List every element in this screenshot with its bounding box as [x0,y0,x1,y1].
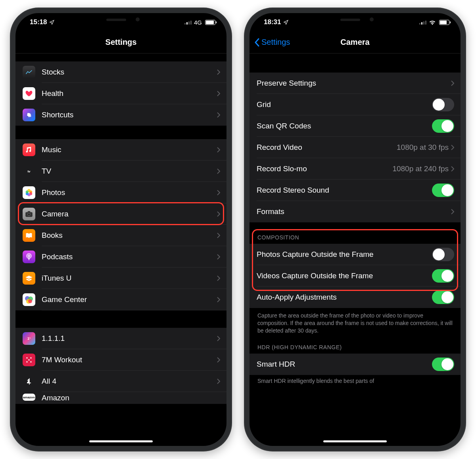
section-header-hdr: HDR (HIGH DYNAMIC RANGE) [250,335,461,354]
app-1111-icon: 1¹ [23,332,35,345]
composition-footer: Capture the area outside the frame of th… [250,308,461,335]
row-1111[interactable]: 1¹ 1.1.1.1 [15,328,226,349]
row-gamecenter[interactable]: Game Center [15,289,226,310]
group-composition: Photos Capture Outside the Frame Videos … [250,244,461,308]
row-label: Photos [42,188,217,197]
status-time: 15:18 [30,18,47,26]
row-all4[interactable]: All 4 [15,371,226,392]
hdr-footer: Smart HDR intelligently blends the best … [250,375,461,385]
row-stocks[interactable]: Stocks [15,61,226,83]
chevron-right-icon [217,190,220,195]
photos-outside-toggle[interactable] [432,248,454,261]
row-label: 1.1.1.1 [42,334,217,343]
row-label: Record Stereo Sound [257,186,432,195]
row-stereo-sound[interactable]: Record Stereo Sound [250,180,461,201]
row-grid[interactable]: Grid [250,94,461,115]
chevron-right-icon [217,233,220,238]
row-tv[interactable]: tv TV [15,161,226,182]
row-label: Smart HDR [257,360,432,369]
svg-point-14 [29,256,29,256]
row-label: Books [42,231,217,240]
row-camera[interactable]: Camera [15,203,226,225]
row-health[interactable]: Health [15,83,226,104]
svg-rect-11 [28,211,30,212]
shortcuts-icon [23,109,35,121]
row-amazon[interactable]: amazon Amazon [15,392,226,404]
home-indicator[interactable] [323,440,387,442]
auto-apply-toggle[interactable] [432,291,454,304]
tv-icon: tv [23,165,35,178]
right-screen: 18:31 Settings Camera Preserve Settin [250,13,461,446]
settings-list[interactable]: Stocks Health Shortcuts Music tv [15,54,226,446]
row-record-slomo[interactable]: Record Slo-mo1080p at 240 fps [250,158,461,180]
svg-point-21 [26,361,27,362]
chevron-right-icon [217,211,220,217]
svg-point-10 [28,213,30,215]
row-itunesu[interactable]: iTunes U [15,268,226,289]
chevron-left-icon [254,38,260,47]
network-label: 4G [194,19,202,26]
cellular-bars-icon [184,20,192,25]
row-detail: 1080p at 240 fps [392,164,449,173]
itunesu-icon [23,272,35,285]
group-thirdparty: 1¹ 1.1.1.1 7M Workout All 4 amazon Amazo… [15,328,226,404]
app-amazon-icon: amazon [23,394,35,401]
gamecenter-icon [23,293,35,306]
row-formats[interactable]: Formats [250,201,461,222]
battery-icon [205,20,215,25]
notch [305,13,405,27]
row-smart-hdr[interactable]: Smart HDR [250,354,461,375]
camera-settings[interactable]: Preserve Settings Grid Scan QR Codes Rec… [250,54,461,446]
row-photos-outside-frame[interactable]: Photos Capture Outside the Frame [250,244,461,265]
stocks-icon [23,66,35,78]
row-label: Music [42,145,217,154]
row-books[interactable]: Books [15,225,226,246]
row-label: Scan QR Codes [257,122,432,130]
chevron-right-icon [217,147,220,153]
battery-icon [439,20,449,25]
group-preinstalled-2: Music tv TV Photos Camera Books [15,139,226,310]
home-indicator[interactable] [89,440,153,442]
chevron-right-icon [451,166,454,172]
row-shortcuts[interactable]: Shortcuts [15,104,226,126]
row-auto-apply[interactable]: Auto-Apply Adjustments [250,287,461,308]
svg-point-7 [26,191,29,193]
cellular-bars-icon [419,20,426,25]
chevron-right-icon [451,145,454,150]
row-photos[interactable]: Photos [15,182,226,203]
row-preserve-settings[interactable]: Preserve Settings [250,73,461,94]
nav-bar: Settings [15,31,226,54]
row-label: Shortcuts [42,111,217,119]
grid-toggle[interactable] [432,98,454,111]
row-7mworkout[interactable]: 7M Workout [15,349,226,371]
row-label: All 4 [42,377,217,386]
videos-outside-toggle[interactable] [432,269,454,283]
row-videos-outside-frame[interactable]: Videos Capture Outside the Frame [250,265,461,287]
row-label: Grid [257,100,432,109]
svg-point-22 [30,361,31,362]
chevron-right-icon [451,209,454,214]
app-7m-icon [23,354,35,366]
chevron-right-icon [217,297,220,302]
section-header-composition: COMPOSITION [250,222,461,244]
svg-point-20 [30,357,31,358]
stereo-toggle[interactable] [432,184,454,197]
chevron-right-icon [217,336,220,341]
photos-icon [23,186,35,199]
row-record-video[interactable]: Record Video1080p at 30 fps [250,137,461,158]
scanqr-toggle[interactable] [432,119,454,133]
right-device: 18:31 Settings Camera Preserve Settin [244,8,466,451]
svg-rect-1 [28,114,31,117]
row-scan-qr[interactable]: Scan QR Codes [250,115,461,137]
svg-point-23 [28,359,29,360]
health-icon [23,87,35,100]
camera-icon [23,208,35,220]
back-button[interactable]: Settings [254,38,290,47]
chevron-right-icon [217,168,220,174]
location-icon [283,20,288,25]
nav-bar: Settings Camera [250,31,461,54]
location-icon [49,20,54,25]
smart-hdr-toggle[interactable] [432,358,454,371]
row-music[interactable]: Music [15,139,226,161]
row-podcasts[interactable]: Podcasts [15,246,226,268]
